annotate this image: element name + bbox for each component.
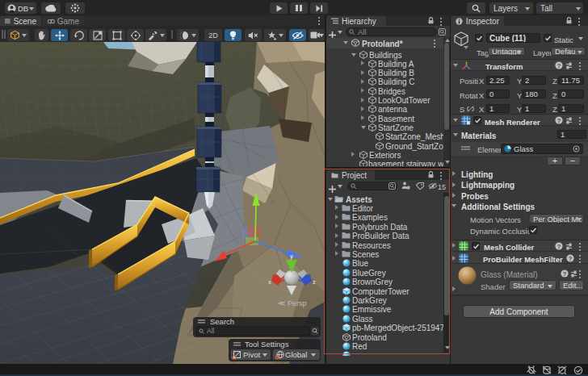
svg-text:?: ? (569, 255, 573, 262)
svg-text:?: ? (557, 62, 561, 69)
svg-text:?: ? (557, 116, 561, 123)
svg-text:?: ? (563, 270, 567, 278)
svg-text:?: ? (557, 242, 561, 249)
